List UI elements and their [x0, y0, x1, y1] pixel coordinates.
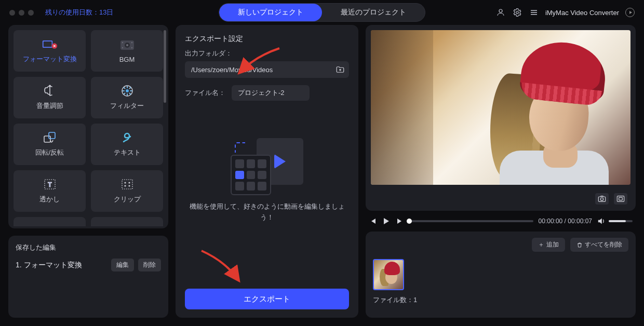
delete-all-button[interactable]: すべてを削除	[570, 238, 628, 252]
output-folder-field[interactable]: /Users/zoen/Movies/Videos	[185, 61, 349, 78]
output-folder-value: /Users/zoen/Movies/Videos	[191, 66, 273, 74]
svg-text:T: T	[48, 181, 52, 188]
menu-icon[interactable]	[529, 7, 539, 18]
output-folder-label: 出力フォルダ：	[185, 49, 349, 58]
tool-label: クリップ	[114, 195, 141, 204]
svg-rect-19	[122, 180, 132, 189]
bgm-icon	[119, 39, 135, 51]
browse-folder-icon[interactable]	[336, 65, 345, 74]
saved-edit-button[interactable]: 編集	[111, 259, 134, 271]
svg-rect-16	[49, 132, 55, 139]
svg-point-7	[126, 44, 128, 46]
filter-icon	[119, 85, 135, 97]
saved-delete-button[interactable]: 削除	[138, 259, 161, 271]
settings-icon[interactable]	[512, 7, 522, 18]
svg-point-11	[131, 47, 132, 48]
top-right-controls: iMyMac Video Converter	[495, 7, 635, 18]
tool-rotate[interactable]: 回転/反転	[14, 124, 86, 165]
svg-point-25	[600, 198, 603, 200]
svg-point-23	[129, 185, 130, 186]
tool-label: 音量調節	[36, 101, 63, 111]
project-tab-switch: 新しいプロジェクト 最近のプロジェクト	[219, 3, 425, 22]
svg-point-22	[125, 185, 126, 186]
export-button[interactable]: エクスポート	[185, 289, 349, 309]
saved-edit-row: 1. フォーマット変換 編集 削除	[16, 259, 161, 271]
tool-label: フォーマット変換	[23, 55, 77, 64]
video-preview	[366, 25, 636, 211]
window-controls	[9, 10, 34, 16]
tool-label: 透かし	[39, 195, 60, 204]
filename-field[interactable]: プロジェクト-2	[232, 85, 310, 101]
tool-label: 回転/反転	[35, 148, 64, 157]
rotate-icon	[42, 131, 58, 144]
tool-filter[interactable]: フィルター	[91, 77, 163, 118]
progress-bar[interactable]	[409, 220, 533, 222]
tools-panel: フォーマット変換 BGM 音量調節	[8, 25, 168, 228]
svg-point-8	[122, 42, 123, 43]
traffic-minimize[interactable]	[19, 10, 24, 16]
traffic-zoom[interactable]	[28, 10, 34, 16]
file-list-panel: ＋追加 すべてを削除 ファイル数：1	[366, 232, 636, 318]
clip-icon	[119, 178, 135, 191]
account-icon[interactable]	[495, 7, 506, 18]
video-frame[interactable]	[371, 30, 630, 185]
prev-button[interactable]	[369, 217, 377, 225]
saved-edits-panel: 保存した編集 1. フォーマット変換 編集 削除	[8, 236, 168, 318]
tool-format-convert[interactable]: フォーマット変換	[14, 30, 86, 72]
tool-bgm[interactable]: BGM	[91, 30, 163, 72]
tool-text[interactable]: テキスト	[91, 124, 163, 165]
tool-watermark[interactable]: T 透かし	[14, 170, 86, 212]
fullscreen-icon[interactable]	[614, 193, 627, 205]
tool-volume[interactable]: 音量調節	[14, 77, 86, 118]
trial-days-label: 残りの使用日数：13日	[45, 8, 113, 17]
tab-new-project[interactable]: 新しいプロジェクト	[219, 4, 322, 21]
tools-scrollbar[interactable]	[164, 30, 166, 103]
svg-rect-3	[43, 42, 51, 47]
export-panel: エクスポート設定 出力フォルダ： /Users/zoen/Movies/Vide…	[176, 25, 358, 318]
file-thumbnail[interactable]	[373, 259, 404, 290]
svg-point-14	[126, 89, 129, 92]
svg-rect-15	[44, 136, 50, 142]
filename-label: ファイル名：	[185, 88, 225, 98]
play-button[interactable]	[382, 217, 391, 225]
top-bar: 残りの使用日数：13日 新しいプロジェクト 最近のプロジェクト iMyMac V…	[0, 0, 644, 25]
tool-label: テキスト	[114, 148, 141, 157]
app-name-label: iMyMac Video Converter	[545, 9, 619, 17]
time-display: 00:00:00 / 00:00:07	[539, 218, 592, 225]
volume-control[interactable]	[597, 218, 633, 225]
export-hint-text: 機能を使用して、好きのように動画を編集しましょう！	[185, 201, 349, 223]
saved-edits-title: 保存した編集	[16, 243, 161, 252]
volume-icon	[42, 85, 58, 97]
trash-icon	[576, 242, 583, 248]
format-convert-icon	[42, 38, 58, 50]
snapshot-icon[interactable]	[595, 193, 609, 205]
tool-label: BGM	[119, 56, 135, 63]
svg-rect-26	[617, 196, 624, 202]
svg-rect-24	[598, 197, 605, 201]
svg-point-10	[122, 47, 123, 48]
filename-value: プロジェクト-2	[238, 88, 285, 98]
svg-point-1	[516, 11, 519, 14]
svg-point-0	[499, 9, 502, 12]
watermark-icon: T	[42, 178, 58, 191]
next-button[interactable]	[396, 217, 404, 225]
text-icon	[119, 131, 135, 144]
player-controls: 00:00:00 / 00:00:07	[366, 217, 636, 225]
tab-recent-projects[interactable]: 最近のプロジェクト	[322, 4, 425, 21]
tool-more-peek[interactable]	[14, 217, 86, 226]
svg-point-21	[129, 182, 130, 183]
svg-rect-27	[619, 197, 623, 200]
app-logo-icon	[625, 8, 635, 17]
add-file-button[interactable]: ＋追加	[532, 238, 565, 252]
file-count-label: ファイル数：1	[373, 295, 628, 305]
traffic-close[interactable]	[9, 10, 15, 16]
tool-more-peek[interactable]	[91, 217, 163, 226]
editor-illustration	[231, 138, 303, 195]
saved-edit-name: 1. フォーマット変換	[16, 261, 107, 270]
svg-point-20	[125, 182, 126, 183]
tool-label: フィルター	[110, 101, 144, 111]
export-section-title: エクスポート設定	[185, 34, 349, 44]
plus-icon: ＋	[538, 240, 544, 249]
tool-clip[interactable]: クリップ	[91, 170, 163, 212]
svg-point-9	[131, 42, 132, 43]
